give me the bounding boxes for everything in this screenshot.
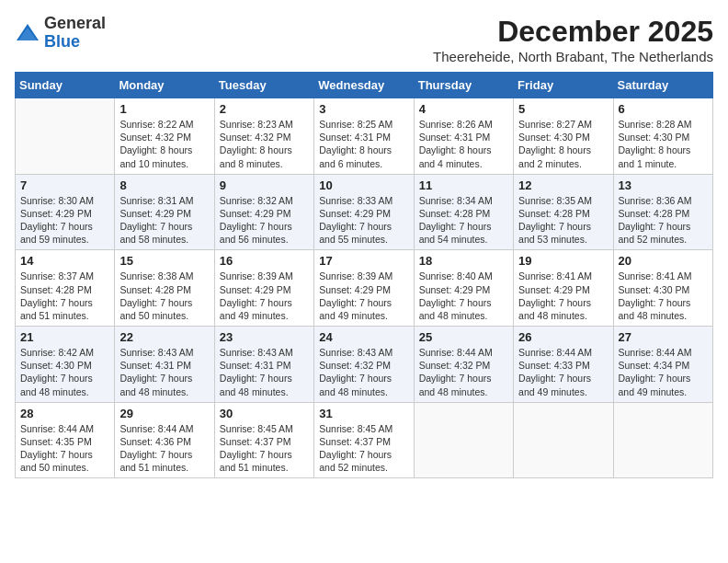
location-subtitle: Theereheide, North Brabant, The Netherla… <box>433 49 713 64</box>
day-info: Sunrise: 8:36 AM Sunset: 4:28 PM Dayligh… <box>619 194 708 247</box>
day-info: Sunrise: 8:26 AM Sunset: 4:31 PM Dayligh… <box>419 118 508 170</box>
day-info: Sunrise: 8:32 AM Sunset: 4:29 PM Dayligh… <box>220 194 309 247</box>
day-number: 23 <box>220 330 309 344</box>
calendar-cell: 1Sunrise: 8:22 AM Sunset: 4:32 PM Daylig… <box>115 98 214 175</box>
calendar-cell: 7Sunrise: 8:30 AM Sunset: 4:29 PM Daylig… <box>16 174 115 250</box>
day-number: 29 <box>119 407 209 420</box>
day-info: Sunrise: 8:38 AM Sunset: 4:28 PM Dayligh… <box>119 270 209 322</box>
calendar-cell: 22Sunrise: 8:43 AM Sunset: 4:31 PM Dayli… <box>115 327 214 403</box>
calendar-cell: 25Sunrise: 8:44 AM Sunset: 4:32 PM Dayli… <box>414 327 513 403</box>
day-number: 31 <box>319 407 408 420</box>
day-number: 22 <box>119 330 209 344</box>
logo-icon <box>15 20 40 46</box>
day-info: Sunrise: 8:43 AM Sunset: 4:31 PM Dayligh… <box>119 346 209 398</box>
day-info: Sunrise: 8:45 AM Sunset: 4:37 PM Dayligh… <box>319 422 408 475</box>
weekday-header-friday: Friday <box>514 73 613 98</box>
day-number: 2 <box>220 102 309 116</box>
day-info: Sunrise: 8:44 AM Sunset: 4:35 PM Dayligh… <box>20 422 109 475</box>
calendar-cell: 2Sunrise: 8:23 AM Sunset: 4:32 PM Daylig… <box>214 98 313 175</box>
day-number: 16 <box>220 254 309 268</box>
day-info: Sunrise: 8:41 AM Sunset: 4:29 PM Dayligh… <box>518 270 608 322</box>
calendar-cell: 31Sunrise: 8:45 AM Sunset: 4:37 PM Dayli… <box>314 402 414 478</box>
calendar-cell: 5Sunrise: 8:27 AM Sunset: 4:30 PM Daylig… <box>514 98 613 175</box>
weekday-header-row: SundayMondayTuesdayWednesdayThursdayFrid… <box>16 73 713 98</box>
day-number: 8 <box>119 178 209 192</box>
day-info: Sunrise: 8:43 AM Sunset: 4:32 PM Dayligh… <box>319 346 408 398</box>
calendar-cell: 29Sunrise: 8:44 AM Sunset: 4:36 PM Dayli… <box>115 402 214 478</box>
day-number: 17 <box>319 254 408 268</box>
day-info: Sunrise: 8:22 AM Sunset: 4:32 PM Dayligh… <box>119 118 209 170</box>
day-number: 3 <box>319 102 408 116</box>
day-number: 5 <box>518 102 608 116</box>
day-info: Sunrise: 8:35 AM Sunset: 4:28 PM Dayligh… <box>518 194 608 247</box>
day-number: 15 <box>119 254 209 268</box>
day-info: Sunrise: 8:25 AM Sunset: 4:31 PM Dayligh… <box>319 118 408 170</box>
day-info: Sunrise: 8:31 AM Sunset: 4:29 PM Dayligh… <box>119 194 209 247</box>
day-info: Sunrise: 8:44 AM Sunset: 4:36 PM Dayligh… <box>119 422 209 475</box>
day-info: Sunrise: 8:44 AM Sunset: 4:32 PM Dayligh… <box>419 346 508 398</box>
day-number: 11 <box>419 178 508 192</box>
calendar-cell: 26Sunrise: 8:44 AM Sunset: 4:33 PM Dayli… <box>514 327 613 403</box>
calendar-week-row: 21Sunrise: 8:42 AM Sunset: 4:30 PM Dayli… <box>16 327 713 403</box>
logo: General Blue <box>15 15 106 52</box>
calendar-cell: 9Sunrise: 8:32 AM Sunset: 4:29 PM Daylig… <box>214 174 313 250</box>
day-number: 1 <box>119 102 209 116</box>
day-number: 12 <box>518 178 608 192</box>
day-number: 13 <box>619 178 708 192</box>
weekday-header-saturday: Saturday <box>613 73 712 98</box>
day-info: Sunrise: 8:33 AM Sunset: 4:29 PM Dayligh… <box>319 194 408 247</box>
day-number: 19 <box>518 254 608 268</box>
calendar-cell <box>514 402 613 478</box>
day-number: 18 <box>419 254 508 268</box>
calendar-cell: 21Sunrise: 8:42 AM Sunset: 4:30 PM Dayli… <box>16 327 115 403</box>
day-info: Sunrise: 8:28 AM Sunset: 4:30 PM Dayligh… <box>619 118 708 170</box>
day-info: Sunrise: 8:23 AM Sunset: 4:32 PM Dayligh… <box>220 118 309 170</box>
day-info: Sunrise: 8:30 AM Sunset: 4:29 PM Dayligh… <box>20 194 109 247</box>
calendar-cell: 18Sunrise: 8:40 AM Sunset: 4:29 PM Dayli… <box>414 250 513 327</box>
calendar-cell <box>16 98 115 175</box>
day-info: Sunrise: 8:41 AM Sunset: 4:30 PM Dayligh… <box>619 270 708 322</box>
day-info: Sunrise: 8:39 AM Sunset: 4:29 PM Dayligh… <box>220 270 309 322</box>
day-info: Sunrise: 8:42 AM Sunset: 4:30 PM Dayligh… <box>20 346 109 398</box>
calendar-cell <box>613 402 712 478</box>
calendar-cell: 3Sunrise: 8:25 AM Sunset: 4:31 PM Daylig… <box>314 98 414 175</box>
calendar-cell: 24Sunrise: 8:43 AM Sunset: 4:32 PM Dayli… <box>314 327 414 403</box>
calendar-cell: 6Sunrise: 8:28 AM Sunset: 4:30 PM Daylig… <box>613 98 712 175</box>
calendar-week-row: 28Sunrise: 8:44 AM Sunset: 4:35 PM Dayli… <box>16 402 713 478</box>
page-header: General Blue December 2025 Theereheide, … <box>15 15 713 64</box>
calendar-cell: 12Sunrise: 8:35 AM Sunset: 4:28 PM Dayli… <box>514 174 613 250</box>
calendar-cell <box>414 402 513 478</box>
calendar-week-row: 7Sunrise: 8:30 AM Sunset: 4:29 PM Daylig… <box>16 174 713 250</box>
day-info: Sunrise: 8:34 AM Sunset: 4:28 PM Dayligh… <box>419 194 508 247</box>
day-info: Sunrise: 8:40 AM Sunset: 4:29 PM Dayligh… <box>419 270 508 322</box>
day-number: 20 <box>619 254 708 268</box>
calendar-cell: 27Sunrise: 8:44 AM Sunset: 4:34 PM Dayli… <box>613 327 712 403</box>
calendar-cell: 28Sunrise: 8:44 AM Sunset: 4:35 PM Dayli… <box>16 402 115 478</box>
day-number: 4 <box>419 102 508 116</box>
day-number: 24 <box>319 330 408 344</box>
day-number: 6 <box>619 102 708 116</box>
calendar-cell: 16Sunrise: 8:39 AM Sunset: 4:29 PM Dayli… <box>214 250 313 327</box>
calendar-cell: 17Sunrise: 8:39 AM Sunset: 4:29 PM Dayli… <box>314 250 414 327</box>
day-info: Sunrise: 8:45 AM Sunset: 4:37 PM Dayligh… <box>220 422 309 475</box>
month-year-title: December 2025 <box>433 15 713 49</box>
title-block: December 2025 Theereheide, North Brabant… <box>433 15 713 64</box>
day-info: Sunrise: 8:44 AM Sunset: 4:34 PM Dayligh… <box>619 346 708 398</box>
day-number: 14 <box>20 254 109 268</box>
weekday-header-sunday: Sunday <box>16 73 115 98</box>
day-number: 9 <box>220 178 309 192</box>
calendar-cell: 10Sunrise: 8:33 AM Sunset: 4:29 PM Dayli… <box>314 174 414 250</box>
weekday-header-wednesday: Wednesday <box>314 73 414 98</box>
logo-text: General Blue <box>44 15 106 52</box>
day-info: Sunrise: 8:37 AM Sunset: 4:28 PM Dayligh… <box>20 270 109 322</box>
calendar-cell: 19Sunrise: 8:41 AM Sunset: 4:29 PM Dayli… <box>514 250 613 327</box>
day-number: 25 <box>419 330 508 344</box>
weekday-header-thursday: Thursday <box>414 73 513 98</box>
day-number: 26 <box>518 330 608 344</box>
calendar-cell: 4Sunrise: 8:26 AM Sunset: 4:31 PM Daylig… <box>414 98 513 175</box>
calendar-cell: 23Sunrise: 8:43 AM Sunset: 4:31 PM Dayli… <box>214 327 313 403</box>
day-number: 21 <box>20 330 109 344</box>
day-number: 10 <box>319 178 408 192</box>
calendar-cell: 11Sunrise: 8:34 AM Sunset: 4:28 PM Dayli… <box>414 174 513 250</box>
calendar-week-row: 1Sunrise: 8:22 AM Sunset: 4:32 PM Daylig… <box>16 98 713 175</box>
